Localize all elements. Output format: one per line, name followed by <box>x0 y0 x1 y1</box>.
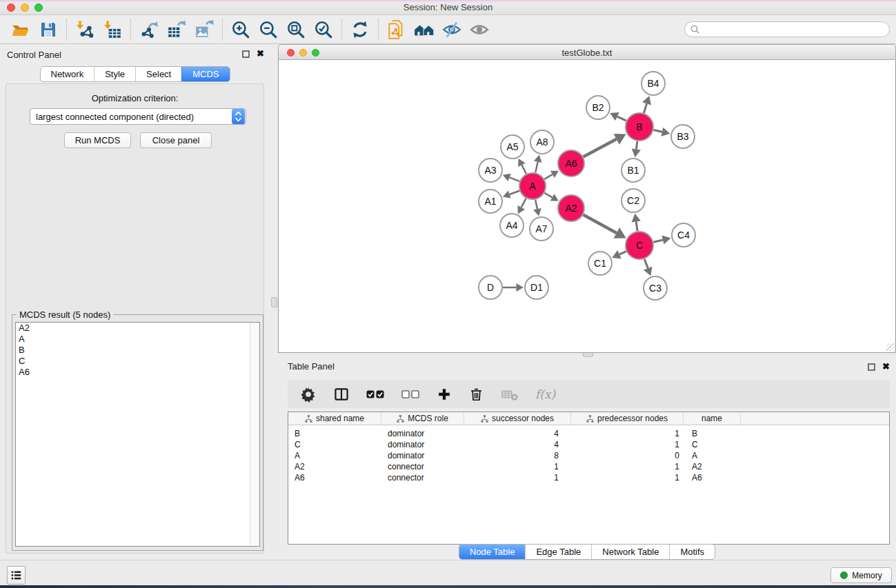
graph-node-C[interactable]: C <box>626 232 653 259</box>
column-header-MCDS-role[interactable]: MCDS role <box>381 412 464 425</box>
result-scrollbar[interactable] <box>250 323 259 546</box>
new-network-from-selection-icon[interactable] <box>383 18 410 41</box>
graph-edge-B-B3[interactable] <box>653 130 661 132</box>
criterion-select[interactable]: largest connected component (directed) <box>30 108 246 125</box>
graph-edge-C-C4[interactable] <box>653 240 663 242</box>
table-row[interactable]: Adominator80A <box>288 450 889 461</box>
graph-edge-A-A5[interactable] <box>521 165 526 174</box>
graph-node-D[interactable]: D <box>479 276 502 299</box>
memory-button[interactable]: Memory <box>830 567 892 583</box>
graph-node-C3[interactable]: C3 <box>644 276 667 300</box>
tab-network[interactable]: Network <box>40 67 94 81</box>
mcds-result-item[interactable]: A6 <box>16 367 259 378</box>
column-header-name[interactable]: name <box>684 412 741 425</box>
graph-node-B4[interactable]: B4 <box>641 72 665 95</box>
table-row[interactable]: A6connector11A6 <box>288 472 889 483</box>
add-column-icon[interactable] <box>437 387 452 402</box>
graph-edge-A-A1[interactable] <box>510 191 519 194</box>
tab-network-table[interactable]: Network Table <box>591 545 669 559</box>
graph-node-A2[interactable]: A2 <box>558 195 584 221</box>
search-input[interactable] <box>703 24 884 34</box>
tab-select[interactable]: Select <box>135 67 181 81</box>
function-builder-icon[interactable]: f(x) <box>535 387 555 401</box>
split-view-icon[interactable] <box>333 386 350 403</box>
graph-node-B1[interactable]: B1 <box>621 159 645 182</box>
graph-node-A5[interactable]: A5 <box>501 135 524 159</box>
refresh-view-icon[interactable] <box>346 18 374 41</box>
graph-node-C4[interactable]: C4 <box>672 223 695 247</box>
export-image-icon[interactable] <box>190 18 218 41</box>
export-network-icon[interactable] <box>135 18 163 41</box>
graph-node-B[interactable]: B <box>626 113 653 141</box>
search-box[interactable] <box>684 21 890 37</box>
select-all-checkboxes-icon[interactable] <box>366 389 385 399</box>
first-neighbors-icon[interactable] <box>410 18 438 41</box>
graph-edge-B-B1[interactable] <box>636 141 637 150</box>
export-table-icon[interactable] <box>163 18 190 41</box>
table-row[interactable]: Cdominator41C <box>288 439 889 450</box>
close-panel-button[interactable]: Close panel <box>140 132 212 148</box>
show-all-icon[interactable] <box>466 18 493 41</box>
graph-node-A[interactable]: A <box>519 173 546 199</box>
delete-columns-icon[interactable] <box>468 386 484 403</box>
table-row[interactable]: Bdominator41B <box>288 428 889 439</box>
column-header-shared-name[interactable]: shared name <box>288 412 381 425</box>
graph-node-A1[interactable]: A1 <box>479 190 502 213</box>
vertical-split-handle[interactable] <box>271 297 277 307</box>
graph-edge-A2-C[interactable] <box>584 215 617 233</box>
task-history-button[interactable] <box>7 566 26 585</box>
graph-edge-A-A4[interactable] <box>521 199 526 207</box>
import-table-icon[interactable] <box>99 18 126 41</box>
save-session-icon[interactable] <box>34 18 62 41</box>
graph-node-D1[interactable]: D1 <box>525 276 548 299</box>
float-panel-icon[interactable] <box>242 50 250 58</box>
mcds-result-item[interactable]: C <box>16 356 259 367</box>
mcds-result-item[interactable]: A <box>16 334 259 345</box>
graph-node-A6[interactable]: A6 <box>558 150 584 176</box>
graph-node-A7[interactable]: A7 <box>530 217 553 241</box>
graph-edge-A6-B[interactable] <box>584 139 617 157</box>
mcds-result-item[interactable]: B <box>16 345 259 356</box>
graph-edge-C-C1[interactable] <box>619 252 626 255</box>
column-header-successor-nodes[interactable]: successor nodes <box>464 412 571 425</box>
graph-node-B3[interactable]: B3 <box>671 125 695 148</box>
network-window-titlebar[interactable]: testGlobe.txt <box>278 44 896 60</box>
zoom-in-icon[interactable] <box>227 18 255 41</box>
table-row[interactable]: A2connector11A2 <box>288 461 889 472</box>
graph-edge-A-A3[interactable] <box>510 177 520 181</box>
graph-edge-A-A2[interactable] <box>544 193 552 197</box>
graph-node-A3[interactable]: A3 <box>479 159 502 182</box>
resize-corner-icon[interactable] <box>886 343 895 352</box>
close-table-panel-icon[interactable]: ✖ <box>882 363 890 371</box>
tab-node-table[interactable]: Node Table <box>459 545 526 559</box>
graph-node-C2[interactable]: C2 <box>621 189 645 212</box>
zoom-selected-icon[interactable] <box>310 18 337 41</box>
zoom-out-icon[interactable] <box>255 18 282 41</box>
import-network-icon[interactable] <box>71 18 99 41</box>
graph-node-A4[interactable]: A4 <box>500 214 524 237</box>
tab-motifs[interactable]: Motifs <box>669 545 715 559</box>
delete-table-icon[interactable] <box>501 386 519 403</box>
tab-edge-table[interactable]: Edge Table <box>525 545 591 559</box>
column-header-predecessor-nodes[interactable]: predecessor nodes <box>571 412 684 425</box>
graph-edge-A-A8[interactable] <box>535 162 537 173</box>
run-mcds-button[interactable]: Run MCDS <box>64 132 131 148</box>
graph-edge-C-C3[interactable] <box>644 259 648 268</box>
open-session-icon[interactable] <box>7 18 34 41</box>
close-panel-icon[interactable]: ✖ <box>257 50 264 58</box>
graph-edge-B-B2[interactable] <box>617 116 626 121</box>
graph-edge-A-A7[interactable] <box>535 200 537 210</box>
tab-mcds[interactable]: MCDS <box>181 67 229 81</box>
graph-edge-B-B4[interactable] <box>644 103 646 113</box>
graph-node-B2[interactable]: B2 <box>586 96 610 119</box>
mcds-result-item[interactable]: A2 <box>16 323 259 334</box>
graph-node-A8[interactable]: A8 <box>530 130 554 154</box>
graph-edge-A-A6[interactable] <box>544 174 552 179</box>
network-canvas[interactable]: AA1A2A3A4A5A6A7A8BB1B2B3B4CC1C2C3C4DD1 <box>278 60 896 353</box>
graph-node-C1[interactable]: C1 <box>588 252 612 275</box>
graph-edge-C-C2[interactable] <box>636 222 637 232</box>
zoom-fit-icon[interactable] <box>282 18 310 41</box>
deselect-all-checkboxes-icon[interactable] <box>401 389 420 399</box>
hide-selected-icon[interactable] <box>438 18 466 41</box>
tab-style[interactable]: Style <box>94 67 135 81</box>
